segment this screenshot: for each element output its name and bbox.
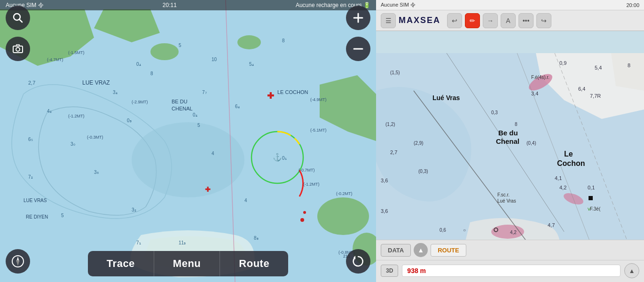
svg-text:Lué Vras: Lué Vras (497, 198, 516, 204)
left-panel: Aucune SIM 令 20:11 Aucune recharge en co… (0, 0, 376, 282)
svg-text:LUE VRAZ: LUE VRAZ (82, 79, 110, 86)
data-tab-button[interactable]: DATA (381, 244, 411, 257)
redo-button[interactable]: ↪ (536, 13, 551, 28)
svg-text:5₄: 5₄ (249, 62, 254, 67)
svg-point-11 (300, 218, 304, 222)
svg-text:0₃: 0₃ (127, 118, 132, 123)
svg-text:3,4: 3,4 (531, 91, 538, 96)
svg-text:8: 8 (282, 38, 285, 43)
maxsea-header: ☰ MAXSEA ↩ ✏ → A ••• ↪ (376, 10, 644, 31)
svg-text:4,2: 4,2 (510, 230, 517, 235)
trace-button[interactable]: Trace (88, 251, 154, 276)
menu-button[interactable]: Menu (154, 251, 220, 276)
svg-text:(-5.1MT): (-5.1MT) (310, 128, 327, 133)
svg-text:4: 4 (244, 198, 247, 203)
forward-button[interactable]: → (483, 13, 498, 28)
svg-text:0₁: 0₁ (282, 156, 287, 161)
svg-line-58 (19, 19, 22, 22)
left-status-bar: Aucune SIM 令 20:11 Aucune recharge en co… (0, 0, 376, 10)
right-time: 20:00 (626, 2, 639, 8)
svg-text:(0,3): (0,3) (418, 169, 428, 174)
svg-text:Cochon: Cochon (557, 159, 585, 167)
up-arrow-button[interactable]: ▲ (414, 243, 428, 257)
svg-point-5 (132, 122, 244, 197)
svg-text:5: 5 (61, 213, 64, 218)
bottom-nav-bar: Trace Menu Route (0, 249, 376, 282)
svg-text:7₁: 7₁ (136, 240, 141, 245)
camera-button[interactable] (6, 37, 30, 61)
font-button[interactable]: A (501, 13, 516, 28)
svg-text:✚: ✚ (267, 91, 274, 101)
svg-text:3₀: 3₀ (71, 141, 75, 147)
svg-text:(-1.2MT): (-1.2MT) (68, 114, 85, 118)
tab-bar: DATA ▲ ROUTE (376, 240, 644, 260)
svg-text:8: 8 (628, 63, 630, 68)
hamburger-button[interactable]: ☰ (381, 13, 396, 28)
chart-svg: ⚓ ✚ ✚ 2,7 4₂ 6₅ 7₂ 3₀ 3₈ 3₄ 8 5 10 5₄ 8 … (0, 0, 376, 282)
svg-text:(-4.7MT): (-4.7MT) (47, 57, 63, 62)
svg-text:Chenal: Chenal (496, 137, 519, 145)
svg-text:⚓: ⚓ (273, 153, 282, 162)
left-chart: ⚓ ✚ ✚ 2,7 4₂ 6₅ 7₂ 3₀ 3₈ 3₄ 8 5 10 5₄ 8 … (0, 0, 376, 282)
right-status-bar: Aucune SIM 令 20:00 (376, 0, 644, 10)
svg-text:(-1.5MT): (-1.5MT) (68, 50, 85, 55)
svg-text:3₈: 3₈ (94, 170, 99, 175)
zoom-in-button[interactable] (346, 6, 370, 30)
svg-text:8: 8 (150, 71, 153, 76)
svg-text:○: ○ (463, 227, 466, 233)
svg-text:2,7: 2,7 (390, 149, 397, 155)
svg-text:11₃: 11₃ (179, 240, 186, 245)
svg-point-3 (317, 197, 369, 235)
more-button[interactable]: ••• (518, 13, 534, 28)
svg-text:2,7: 2,7 (28, 80, 35, 86)
distance-value: 938 m (407, 267, 426, 274)
svg-text:4: 4 (212, 151, 214, 156)
right-panel: Aucune SIM 令 20:00 ☰ MAXSEA ↩ ✏ → A ••• … (376, 0, 644, 282)
svg-text:5: 5 (197, 123, 200, 128)
route-tab-button[interactable]: ROUTE (431, 244, 466, 257)
svg-text:Be du: Be du (498, 129, 518, 137)
svg-text:4₂: 4₂ (47, 109, 52, 114)
svg-text:4,2: 4,2 (559, 185, 566, 190)
search-button[interactable] (6, 6, 30, 30)
navigate-button[interactable]: ▲ (624, 263, 639, 278)
undo-button[interactable]: ↩ (447, 13, 462, 28)
route-button[interactable]: Route (220, 251, 288, 276)
svg-text:(-0.7MT): (-0.7MT) (298, 168, 315, 172)
svg-text:0,3: 0,3 (491, 110, 498, 115)
svg-text:V: V (588, 207, 590, 212)
svg-text:(-0.3MT): (-0.3MT) (87, 135, 103, 140)
svg-text:3₄: 3₄ (113, 90, 118, 95)
svg-text:(1,2): (1,2) (385, 122, 395, 127)
svg-text:Lué Vras: Lué Vras (432, 94, 460, 102)
svg-text:Le: Le (564, 150, 573, 158)
svg-text:8: 8 (515, 122, 518, 127)
svg-text:6,4: 6,4 (578, 86, 585, 92)
svg-text:0,9: 0,9 (559, 60, 566, 66)
zoom-out-button[interactable] (346, 37, 370, 61)
threed-button[interactable]: 3D (381, 265, 398, 277)
svg-text:F.3é(: F.3é( (590, 206, 601, 212)
svg-text:(1,5): (1,5) (390, 70, 400, 75)
svg-text:6₄: 6₄ (235, 104, 240, 109)
draw-button[interactable]: ✏ (465, 13, 480, 28)
svg-text:BE DU: BE DU (172, 99, 188, 104)
svg-text:(-2.9MT): (-2.9MT) (132, 100, 148, 104)
svg-text:F.sc.r.: F.sc.r. (497, 192, 510, 197)
measurement-bar: 3D 938 m ▲ (376, 260, 644, 281)
svg-text:(-1.2MT): (-1.2MT) (303, 182, 320, 187)
svg-text:(0,4): (0,4) (526, 141, 536, 146)
svg-rect-85 (589, 196, 593, 200)
svg-text:4,7: 4,7 (548, 222, 555, 228)
svg-text:F.é(4s).r.: F.é(4s).r. (531, 75, 550, 80)
svg-text:8₃: 8₃ (254, 235, 259, 241)
svg-text:4,1: 4,1 (555, 175, 562, 181)
svg-text:(2,9): (2,9) (414, 141, 424, 146)
left-time: 20:11 (163, 2, 177, 8)
svg-point-1 (150, 43, 179, 60)
svg-text:7₇: 7₇ (202, 90, 207, 95)
distance-display: 938 m (402, 265, 620, 277)
svg-text:0₄: 0₄ (193, 112, 197, 118)
svg-text:LE COCHON: LE COCHON (277, 89, 308, 95)
svg-point-2 (237, 35, 261, 49)
